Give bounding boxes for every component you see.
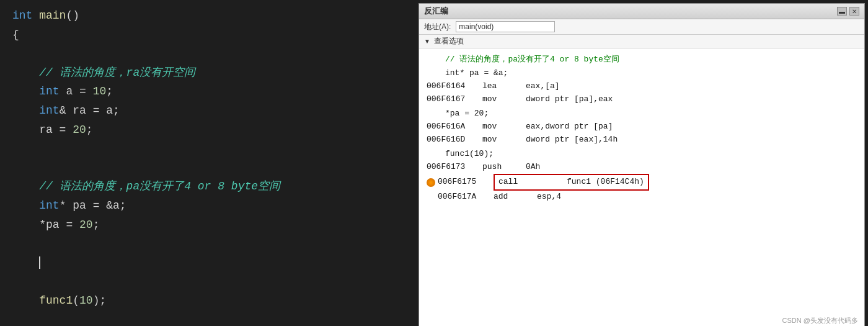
disasm-operand-6164: eax,[a] bbox=[526, 80, 560, 93]
disassembler-window: 反汇编 ▬ ✕ 地址(A): ▼ 查看选项 // 语法的角度，pa没有开了4 o… bbox=[418, 3, 865, 326]
disasm-titlebar: 反汇编 ▬ ✕ bbox=[419, 4, 864, 19]
code-line-12: *pa = 20; bbox=[12, 215, 403, 235]
func-main: main bbox=[39, 9, 66, 22]
text-cursor bbox=[39, 256, 40, 269]
options-label: 查看选项 bbox=[434, 36, 464, 47]
disasm-operand-6167: dword ptr [pa],eax bbox=[526, 93, 613, 106]
disasm-addr-6167: 006F6167 bbox=[427, 93, 482, 106]
disasm-address-toolbar: 地址(A): bbox=[419, 19, 864, 35]
code-line-2: { bbox=[12, 25, 403, 45]
disasm-addr-6175: 006F6175 bbox=[438, 176, 494, 189]
code-line-6: int& ra = a; bbox=[12, 101, 403, 120]
code-line-13 bbox=[12, 234, 403, 253]
disasm-operand-616d: dword ptr [eax],14h bbox=[526, 134, 618, 147]
disasm-addr-616d: 006F616D bbox=[427, 134, 482, 147]
disasm-mnem-6167: mov bbox=[482, 93, 526, 106]
disasm-addr-6173: 006F6173 bbox=[427, 161, 482, 174]
code-line-4: // 语法的角度，ra没有开空间 bbox=[12, 63, 403, 83]
close-button[interactable]: ✕ bbox=[849, 7, 859, 16]
keyword-int: int bbox=[12, 9, 32, 22]
chevron-down-icon: ▼ bbox=[424, 38, 430, 45]
orange-dot-icon bbox=[427, 178, 435, 187]
disasm-row-6164: 006F6164 lea eax,[a] bbox=[427, 80, 857, 93]
code-line-8 bbox=[12, 139, 403, 158]
titlebar-controls[interactable]: ▬ ✕ bbox=[837, 7, 859, 16]
disasm-comment-pa: // 语法的角度，pa没有开了4 or 8 byte空间 bbox=[427, 53, 857, 65]
code-line-3 bbox=[12, 44, 403, 63]
code-line-17 bbox=[12, 310, 403, 327]
disasm-row-6173: 006F6173 push 0Ah bbox=[427, 161, 857, 174]
disasm-addr-6164: 006F6164 bbox=[427, 80, 482, 93]
disasm-row-617a: 006F617A add esp,4 bbox=[427, 191, 857, 204]
disasm-addr-616a: 006F616A bbox=[427, 120, 482, 134]
watermark: CSDN @头发没有代码多 bbox=[782, 316, 858, 325]
disasm-operand-617a: esp,4 bbox=[537, 191, 561, 204]
disasm-mnem-617a: add bbox=[494, 191, 537, 204]
minimize-button[interactable]: ▬ bbox=[837, 7, 847, 16]
source-code-panel: int main() { // 语法的角度，ra没有开空间 int a = 10… bbox=[0, 0, 415, 326]
code-line-15 bbox=[12, 272, 403, 291]
disasm-mnem-6175: call bbox=[498, 176, 542, 189]
disasm-label-func1: func1(10); bbox=[427, 147, 857, 161]
disasm-operand-616a: eax,dword ptr [pa] bbox=[526, 120, 613, 134]
code-line-10: // 语法的角度，pa没有开了4 or 8 byte空间 bbox=[12, 177, 403, 196]
code-line-1: int main() bbox=[12, 6, 403, 25]
disasm-operand-6175: func1 (06F14C4h) bbox=[567, 176, 644, 189]
disasm-title: 反汇编 bbox=[424, 6, 448, 17]
code-line-11: int* pa = &a; bbox=[12, 196, 403, 215]
disasm-label-paderef: *pa = 20; bbox=[427, 106, 857, 120]
disasm-label-pa: int* pa = &a; bbox=[427, 66, 857, 80]
disasm-mnem-616a: mov bbox=[482, 120, 526, 134]
disasm-mnem-6173: push bbox=[482, 161, 526, 174]
code-line-16: func1(10); bbox=[12, 291, 403, 310]
code-line-cursor bbox=[12, 253, 403, 273]
disasm-mnem-616d: mov bbox=[482, 134, 526, 147]
disasm-row-616d: 006F616D mov dword ptr [eax],14h bbox=[427, 134, 857, 147]
code-line-5: int a = 10; bbox=[12, 82, 403, 101]
disasm-operand-6173: 0Ah bbox=[526, 161, 540, 174]
address-label: 地址(A): bbox=[424, 22, 451, 32]
disasm-addr-617a: 006F617A bbox=[438, 191, 494, 204]
disasm-row-6175: 006F6175 call func1 (06F14C4h) bbox=[427, 174, 857, 191]
disasm-row-616a: 006F616A mov eax,dword ptr [pa] bbox=[427, 120, 857, 134]
code-line-7: ra = 20; bbox=[12, 120, 403, 140]
options-row[interactable]: ▼ 查看选项 bbox=[419, 35, 864, 48]
code-line-9 bbox=[12, 158, 403, 178]
address-input[interactable] bbox=[456, 21, 555, 32]
disasm-mnem-6164: lea bbox=[482, 80, 526, 93]
disasm-row-6167: 006F6167 mov dword ptr [pa],eax bbox=[427, 93, 857, 106]
disasm-content: // 语法的角度，pa没有开了4 or 8 byte空间 int* pa = &… bbox=[419, 48, 864, 326]
